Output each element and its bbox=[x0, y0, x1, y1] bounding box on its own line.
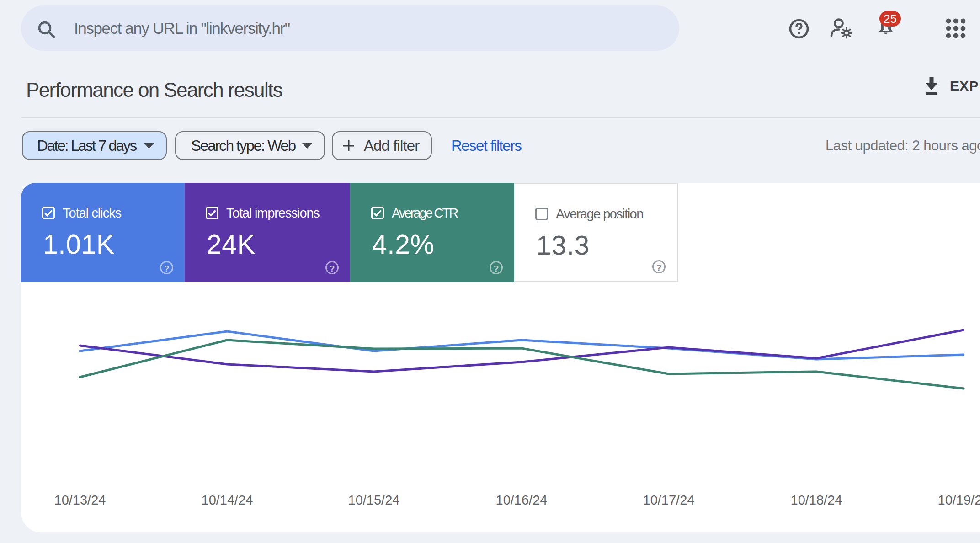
average-ctr-checkbox[interactable] bbox=[371, 207, 384, 219]
checkmark-icon bbox=[42, 207, 55, 219]
help-circle-icon[interactable]: ? bbox=[325, 261, 339, 274]
metric-card-total-impressions[interactable]: Total impressions 24K ? bbox=[185, 183, 350, 282]
search-type-filter-label: Search type: Web bbox=[191, 137, 295, 154]
help-circle-icon[interactable]: ? bbox=[652, 260, 666, 273]
download-icon bbox=[924, 76, 939, 96]
metric-card-value: 1.01K bbox=[43, 230, 115, 259]
notification-count-badge: 25 bbox=[879, 11, 901, 27]
metric-cards-row: Total clicks 1.01K ? Total impressions 2… bbox=[21, 183, 678, 282]
total-impressions-checkbox[interactable] bbox=[206, 207, 218, 219]
metric-card-label: Total impressions bbox=[226, 206, 320, 220]
x-axis-label: 10/19/24 bbox=[927, 493, 980, 508]
metric-card-value: 24K bbox=[207, 230, 255, 259]
last-updated-text: Last updated: 2 hours ago bbox=[826, 131, 980, 160]
metric-card-value: 4.2% bbox=[372, 230, 434, 259]
date-filter-label: Date: Last 7 days bbox=[37, 137, 136, 154]
page-title: Performance on Search results bbox=[26, 79, 282, 101]
x-axis-label: 10/13/24 bbox=[43, 493, 117, 508]
chevron-down-icon bbox=[302, 143, 312, 149]
x-axis-label: 10/16/24 bbox=[485, 493, 558, 508]
metric-card-average-ctr[interactable]: Average CTR 4.2% ? bbox=[350, 183, 514, 282]
metric-card-label: Average position bbox=[556, 207, 643, 221]
average-position-checkbox[interactable] bbox=[535, 208, 548, 220]
search-input-placeholder: Inspect any URL in "linkversity.hr" bbox=[74, 5, 290, 51]
url-inspection-search[interactable]: Inspect any URL in "linkversity.hr" bbox=[21, 5, 679, 51]
checkmark-icon bbox=[371, 207, 384, 219]
checkmark-icon bbox=[206, 207, 218, 219]
search-icon bbox=[35, 18, 57, 40]
performance-panel: Total clicks 1.01K ? Total impressions 2… bbox=[21, 183, 980, 532]
chart-line-average-ctr bbox=[80, 340, 964, 389]
manage-users-icon bbox=[830, 17, 853, 39]
metric-card-total-clicks[interactable]: Total clicks 1.01K ? bbox=[21, 183, 185, 282]
help-button[interactable] bbox=[788, 18, 810, 39]
add-filter-label: Add filter bbox=[364, 137, 419, 154]
help-icon bbox=[788, 18, 810, 39]
plus-icon bbox=[342, 139, 356, 153]
metric-card-label: Average CTR bbox=[392, 206, 457, 220]
help-circle-icon[interactable]: ? bbox=[490, 261, 503, 274]
reset-filters-link[interactable]: Reset filters bbox=[451, 131, 521, 160]
metric-card-average-position[interactable]: Average position 13.3 ? bbox=[514, 183, 678, 282]
help-circle-icon[interactable]: ? bbox=[160, 261, 173, 274]
apps-grid-button[interactable] bbox=[945, 17, 967, 39]
user-settings-button[interactable] bbox=[830, 17, 853, 39]
x-axis-label: 10/17/24 bbox=[632, 493, 705, 508]
export-button[interactable]: EXPORT bbox=[924, 73, 980, 99]
export-label: EXPORT bbox=[950, 78, 980, 94]
add-filter-chip[interactable]: Add filter bbox=[332, 131, 432, 160]
metric-card-value: 13.3 bbox=[536, 231, 590, 260]
chevron-down-icon bbox=[144, 143, 154, 149]
total-clicks-checkbox[interactable] bbox=[42, 207, 55, 219]
header-divider bbox=[21, 117, 980, 118]
x-axis-label: 10/14/24 bbox=[191, 493, 264, 508]
x-axis-label: 10/18/24 bbox=[780, 493, 853, 508]
chart-line-total-impressions bbox=[80, 330, 964, 372]
search-type-filter-chip[interactable]: Search type: Web bbox=[175, 131, 325, 160]
date-filter-chip[interactable]: Date: Last 7 days bbox=[22, 131, 167, 160]
metric-card-label: Total clicks bbox=[63, 206, 121, 220]
apps-grid-icon bbox=[945, 17, 967, 39]
x-axis-label: 10/15/24 bbox=[337, 493, 410, 508]
